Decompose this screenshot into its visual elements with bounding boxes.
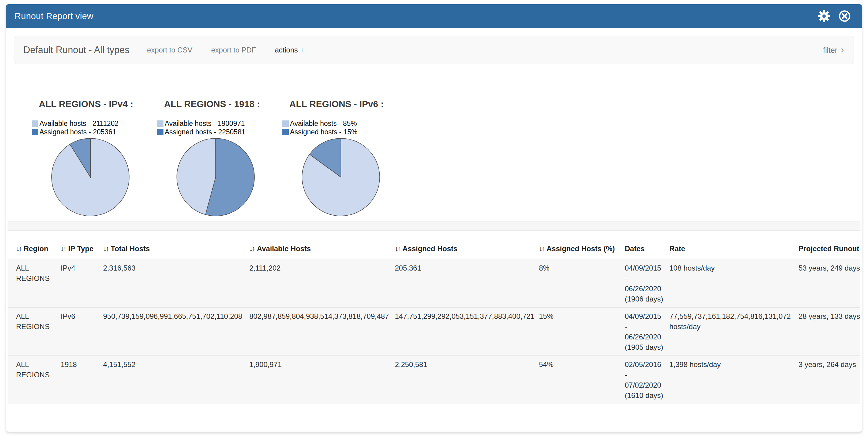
chart-title: ALL REGIONS - IPv6 :	[289, 99, 408, 109]
column-header[interactable]: ↓↑Total Hosts	[95, 230, 241, 259]
cell-dates: 04/09/2015-06/26/2020(1906 days)	[616, 259, 661, 308]
cell-rate: 1,398 hosts/day	[661, 356, 790, 404]
legend-swatch	[157, 129, 163, 135]
table-row: ALL REGIONSIPv6950,739,159,096,991,665,7…	[8, 308, 860, 356]
column-label: Total Hosts	[111, 245, 150, 253]
column-header: Projected Runout	[790, 230, 860, 259]
pie-chart-block: ALL REGIONS - IPv6 :Available hosts - 85…	[282, 99, 408, 217]
legend-item: Assigned hosts - 15%	[282, 128, 408, 136]
column-label: Projected Runout	[799, 245, 859, 253]
legend-swatch	[157, 120, 163, 127]
export-csv-button[interactable]: export to CSV	[147, 46, 192, 54]
column-header: Rate	[661, 230, 790, 259]
column-header[interactable]: ↓↑IP Type	[52, 230, 95, 259]
column-header[interactable]: ↓↑Assigned Hosts	[386, 230, 530, 259]
cell-available-hosts: 1,900,971	[241, 356, 386, 404]
cell-ip-type: IPv4	[52, 259, 95, 308]
column-label: Assigned Hosts (%)	[547, 245, 615, 253]
chart-title: ALL REGIONS - IPv4 :	[39, 99, 157, 109]
cell-assigned-pct: 8%	[530, 259, 616, 308]
divider-strip	[8, 221, 860, 230]
chart-legend: Available hosts - 1900971Assigned hosts …	[157, 119, 282, 136]
chart-legend: Available hosts - 2111202Assigned hosts …	[32, 119, 157, 136]
cell-total-hosts: 4,151,552	[95, 356, 241, 404]
legend-label: Assigned hosts - 15%	[290, 128, 357, 136]
report-title: Default Runout - All types	[23, 44, 129, 56]
column-label: Available Hosts	[257, 245, 311, 253]
cell-projected-runout: 3 years, 264 days	[790, 356, 860, 404]
chevron-right-icon: ›	[841, 45, 844, 54]
dialog-title: Runout Report view	[14, 11, 93, 21]
cell-assigned-hosts: 2,250,581	[386, 356, 530, 404]
legend-label: Assigned hosts - 2250581	[165, 128, 245, 136]
legend-swatch	[32, 129, 38, 135]
pie-chart-block: ALL REGIONS - 1918 :Available hosts - 19…	[157, 99, 282, 217]
sort-icon: ↓↑	[249, 245, 254, 253]
cell-projected-runout: 28 years, 133 days	[790, 308, 860, 356]
cell-projected-runout: 53 years, 249 days	[790, 259, 860, 308]
filter-label: filter	[823, 46, 837, 55]
column-label: Dates	[625, 245, 645, 253]
legend-item: Assigned hosts - 2250581	[157, 128, 282, 136]
cell-assigned-pct: 15%	[530, 308, 616, 356]
cell-rate: 77,559,737,161,182,754,816,131,072 hosts…	[661, 308, 790, 356]
legend-item: Available hosts - 2111202	[32, 119, 157, 128]
legend-label: Available hosts - 1900971	[165, 120, 245, 128]
cell-assigned-hosts: 147,751,299,292,053,151,377,883,400,721	[386, 308, 530, 356]
column-header: Dates	[616, 230, 661, 259]
sort-icon: ↓↑	[16, 245, 21, 253]
pie-chart-block: ALL REGIONS - IPv4 :Available hosts - 21…	[32, 99, 157, 217]
dialog-body: Default Runout - All types export to CSV…	[6, 28, 862, 432]
runout-report-dialog: Runout Report view	[6, 4, 862, 432]
cell-region: ALL REGIONS	[8, 259, 52, 308]
runout-table: ↓↑Region↓↑IP Type↓↑Total Hosts↓↑Availabl…	[8, 230, 860, 404]
legend-item: Assigned hosts - 205361	[32, 128, 157, 136]
chart-legend: Available hosts - 85%Assigned hosts - 15…	[282, 119, 408, 136]
close-circle-icon[interactable]	[838, 10, 851, 23]
cell-dates: 04/09/2015-06/26/2020(1905 days)	[616, 308, 661, 356]
sort-icon: ↓↑	[539, 245, 544, 253]
column-label: IP Type	[68, 245, 93, 253]
column-header[interactable]: ↓↑Available Hosts	[241, 230, 386, 259]
charts-section: ALL REGIONS - IPv4 :Available hosts - 21…	[14, 64, 854, 217]
table-row: ALL REGIONS19184,151,5521,900,9712,250,5…	[8, 356, 860, 404]
gear-icon[interactable]	[818, 10, 830, 23]
cell-ip-type: IPv6	[52, 308, 95, 356]
legend-label: Available hosts - 85%	[290, 120, 357, 128]
legend-swatch	[282, 120, 289, 127]
legend-label: Assigned hosts - 205361	[39, 128, 116, 136]
dialog-header: Runout Report view	[6, 4, 862, 28]
legend-swatch	[32, 120, 38, 127]
sort-icon: ↓↑	[61, 245, 66, 253]
column-header[interactable]: ↓↑Region	[8, 230, 52, 259]
pie-chart	[301, 137, 381, 217]
header-icons	[818, 10, 851, 23]
cell-rate: 108 hosts/day	[661, 259, 790, 308]
column-header[interactable]: ↓↑Assigned Hosts (%)	[530, 230, 616, 259]
pie-chart	[176, 137, 255, 217]
cell-total-hosts: 2,316,563	[95, 259, 241, 308]
sort-icon: ↓↑	[103, 245, 108, 253]
cell-dates: 02/05/2016-07/02/2020(1610 days)	[616, 356, 661, 404]
export-pdf-button[interactable]: export to PDF	[211, 46, 256, 54]
legend-swatch	[282, 129, 289, 135]
table-header-row: ↓↑Region↓↑IP Type↓↑Total Hosts↓↑Availabl…	[8, 230, 860, 259]
cell-region: ALL REGIONS	[8, 356, 52, 404]
legend-item: Available hosts - 1900971	[157, 119, 282, 128]
cell-total-hosts: 950,739,159,096,991,665,751,702,110,208	[95, 308, 241, 356]
chart-title: ALL REGIONS - 1918 :	[164, 99, 282, 109]
legend-item: Available hosts - 85%	[282, 119, 408, 128]
cell-assigned-hosts: 205,361	[386, 259, 530, 308]
toolbar: Default Runout - All types export to CSV…	[14, 36, 854, 64]
actions-menu-button[interactable]: actions +	[275, 46, 304, 54]
sort-icon: ↓↑	[395, 245, 400, 253]
cell-available-hosts: 802,987,859,804,938,514,373,818,709,487	[241, 308, 386, 356]
filter-button[interactable]: filter ›	[823, 45, 844, 55]
column-label: Assigned Hosts	[402, 245, 457, 253]
pie-chart	[51, 137, 130, 217]
table-row: ALL REGIONSIPv42,316,5632,111,202205,361…	[8, 259, 860, 308]
cell-available-hosts: 2,111,202	[241, 259, 386, 308]
cell-assigned-pct: 54%	[530, 356, 616, 404]
legend-label: Available hosts - 2111202	[39, 120, 119, 128]
cell-region: ALL REGIONS	[8, 308, 52, 356]
